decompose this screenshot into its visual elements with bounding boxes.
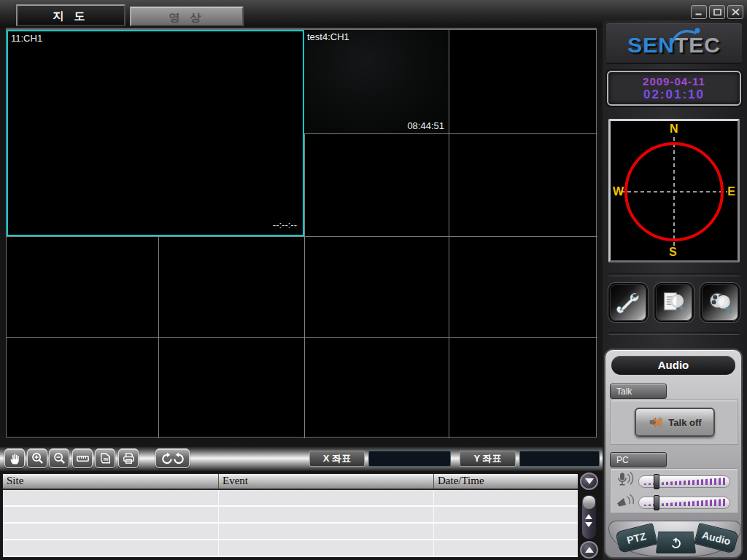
scroll-down-button[interactable] — [580, 472, 598, 490]
video-grid: 11:CH1 --:--:-- test4:CH1 08:44:51 — [6, 29, 597, 438]
ptz-mode-button[interactable]: PTZ — [615, 523, 658, 553]
mic-volume-slider[interactable] — [638, 475, 730, 488]
cell-datetime — [434, 524, 578, 539]
compass-north-label: N — [670, 122, 678, 136]
speaker-icon — [615, 492, 638, 513]
rotate-undo-redo-icon — [160, 451, 185, 465]
maximize-button[interactable] — [709, 5, 725, 19]
svg-text:m³: m³ — [103, 456, 109, 462]
video-cell-empty[interactable] — [449, 236, 597, 337]
cell-datetime — [434, 507, 578, 522]
compass-west-label: W — [613, 185, 624, 198]
logo-text-sen: SEN — [627, 33, 675, 57]
tab-video[interactable]: 영 상 — [130, 7, 244, 26]
talk-off-label: Talk off — [668, 417, 701, 428]
cell-event — [219, 490, 434, 505]
arrow-up-icon — [585, 514, 592, 519]
event-table-header: Site Event Date/Time — [3, 474, 578, 490]
talk-off-icon — [648, 413, 665, 431]
cell-site — [3, 507, 219, 522]
talk-section: Talk off — [610, 400, 738, 445]
map-toolbar: m³ X 좌표 Y 좌표 — [0, 446, 604, 471]
mic-volume-row — [615, 472, 735, 491]
separator — [608, 332, 740, 335]
video-cell-empty[interactable] — [158, 236, 304, 337]
y-coordinate-input[interactable] — [519, 451, 600, 467]
zoom-in-button[interactable] — [27, 448, 47, 468]
video-cell-empty[interactable] — [449, 133, 597, 236]
video-cell-test4[interactable]: test4:CH1 08:44:51 — [304, 30, 449, 133]
minimize-icon — [694, 8, 704, 16]
rotate-button[interactable] — [155, 448, 190, 468]
measure-area-button[interactable]: m³ — [95, 448, 115, 468]
settings-button[interactable] — [608, 283, 648, 322]
column-header-event: Event — [219, 474, 434, 489]
video-cell-empty[interactable] — [304, 337, 449, 438]
table-row[interactable] — [3, 507, 578, 524]
scrollbar-thumb[interactable] — [583, 496, 595, 509]
arrow-down-icon — [585, 522, 592, 527]
sentec-logo: SENTEC — [606, 23, 742, 64]
zoom-out-button[interactable] — [49, 448, 69, 468]
table-row[interactable] — [3, 540, 578, 557]
camera-label: 11:CH1 — [11, 33, 42, 44]
video-cell-empty[interactable] — [158, 337, 304, 438]
scrollbar-track[interactable] — [581, 494, 597, 540]
video-cell-empty[interactable] — [449, 337, 597, 438]
tab-map[interactable]: 지 도 — [16, 4, 125, 26]
datetime-display: 2009-04-11 02:01:10 — [607, 71, 741, 106]
video-cell-empty[interactable] — [7, 236, 158, 337]
close-button[interactable] — [727, 5, 743, 19]
scroll-up-button[interactable] — [580, 541, 598, 559]
table-row[interactable] — [3, 490, 578, 507]
cell-site — [3, 540, 219, 556]
cell-event — [219, 524, 434, 539]
speaker-volume-thumb[interactable] — [654, 495, 659, 510]
print-button[interactable] — [118, 448, 139, 468]
microphone-icon — [615, 471, 638, 491]
y-coordinate-label[interactable]: Y 좌표 — [460, 451, 516, 467]
camera-timestamp: --:--:-- — [273, 219, 297, 230]
column-header-datetime: Date/Time — [434, 474, 578, 489]
power-button[interactable] — [656, 532, 696, 553]
video-cell-empty[interactable] — [449, 30, 597, 133]
log-search-button[interactable] — [654, 283, 694, 322]
talk-off-button[interactable]: Talk off — [635, 408, 715, 437]
maximize-icon — [713, 8, 722, 16]
video-search-button[interactable] — [700, 283, 740, 322]
talk-tab[interactable]: Talk — [610, 384, 667, 399]
video-cell-empty[interactable] — [7, 337, 158, 438]
video-cell-empty[interactable] — [304, 133, 449, 236]
video-cell-empty[interactable] — [304, 236, 449, 337]
ruler-icon — [76, 451, 90, 465]
print-icon — [122, 451, 136, 465]
hand-icon — [8, 451, 22, 465]
table-row[interactable] — [3, 524, 578, 540]
x-coordinate-input[interactable] — [368, 451, 451, 467]
event-table: Site Event Date/Time — [2, 473, 578, 558]
cell-datetime — [434, 490, 578, 505]
pc-tab[interactable]: PC — [610, 452, 667, 467]
pan-button[interactable] — [4, 448, 25, 468]
arrow-up-icon — [585, 547, 594, 553]
date-text: 2009-04-11 — [608, 75, 740, 88]
application-window: 지 도 영 상 11:CH1 --:--:-- tes — [0, 0, 747, 560]
film-search-icon — [707, 289, 733, 316]
video-cell-selected[interactable]: 11:CH1 --:--:-- — [7, 30, 304, 236]
separator — [608, 273, 740, 276]
minimize-button[interactable] — [691, 5, 707, 19]
compass-panel: N E S W — [608, 119, 740, 262]
zoom-in-icon — [31, 451, 44, 465]
cell-site — [3, 524, 219, 539]
mic-volume-thumb[interactable] — [654, 474, 659, 489]
audio-panel: Audio Talk Talk off PC — [604, 349, 743, 559]
cell-site — [3, 490, 219, 505]
time-text: 02:01:10 — [608, 88, 740, 102]
compass-east-label: E — [727, 185, 735, 198]
audio-mode-button[interactable]: Audio — [694, 523, 739, 554]
measure-distance-button[interactable] — [72, 448, 93, 468]
close-icon — [731, 8, 740, 16]
audio-panel-title: Audio — [611, 356, 735, 375]
x-coordinate-label[interactable]: X 좌표 — [309, 451, 365, 467]
speaker-volume-slider[interactable] — [638, 497, 730, 509]
